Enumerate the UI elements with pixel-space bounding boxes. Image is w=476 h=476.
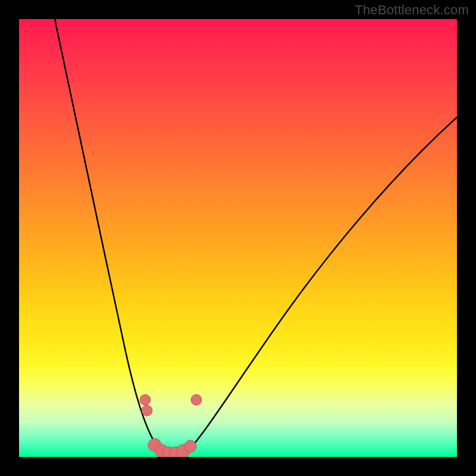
watermark-text: TheBottleneck.com xyxy=(355,2,469,18)
plot-area xyxy=(19,19,457,457)
marker xyxy=(191,394,202,405)
chart-frame: TheBottleneck.com xyxy=(0,0,476,476)
curve-left-branch xyxy=(55,19,162,453)
data-markers xyxy=(140,394,202,457)
marker xyxy=(140,394,151,405)
curve-right-branch xyxy=(186,117,457,453)
marker xyxy=(184,440,196,452)
bottleneck-curve xyxy=(19,19,457,457)
marker xyxy=(142,405,152,416)
